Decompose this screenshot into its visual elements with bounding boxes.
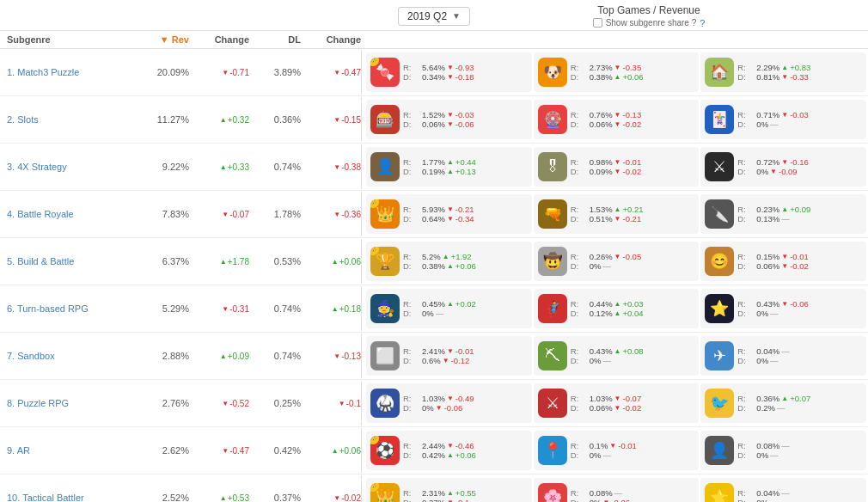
game-entry[interactable]: 🌸R:0.08% —D:0% ▼-0.06: [534, 478, 700, 502]
game-entry[interactable]: 🧙R:0.45% ▲+0.02D:0% —: [366, 289, 532, 328]
r-label: R:: [737, 110, 755, 119]
game-entry[interactable]: 🎡R:0.76% ▼-0.13D:0.06% ▼-0.02: [534, 100, 700, 139]
dl-change-cell: ▲+0.06: [301, 446, 361, 456]
game-rev-line: R:0.43% ▼-0.06: [737, 299, 809, 309]
d-val: 0%: [756, 356, 768, 365]
game-entry[interactable]: 😊R:0.15% ▼-0.01D:0.06% ▼-0.02: [700, 242, 866, 281]
subgenre-name: Puzzle RPG: [17, 398, 69, 408]
game-entry[interactable]: ⛏R:0.43% ▲+0.08D:0% —: [534, 336, 700, 376]
rank-label: 9.: [7, 445, 17, 456]
subgenre-cell[interactable]: 8. Puzzle RPG: [0, 398, 120, 408]
subgenre-cell[interactable]: 3. 4X Strategy: [0, 162, 120, 172]
up-arrow-icon: ▲: [781, 395, 788, 402]
down-arrow-icon: ▼: [333, 163, 340, 171]
up-arrow-icon: ▲: [220, 163, 227, 171]
game-entry[interactable]: 🏆👑R:5.2% ▲+1.92D:0.38% ▲+0.06: [366, 242, 532, 281]
rank-label: 5.: [7, 256, 17, 266]
game-entry[interactable]: 👤R:1.77% ▲+0.44D:0.19% ▲+0.13: [366, 147, 532, 187]
game-stats: R:0.98% ▼-0.01D:0.09% ▼-0.02: [571, 157, 642, 176]
crown-badge-icon: 👑: [370, 247, 379, 255]
game-entry[interactable]: 👤R:0.08% —D:0% —: [700, 431, 866, 470]
r-val: 1.03%: [422, 394, 445, 403]
game-entry[interactable]: ⬜R:2.41% ▼-0.01D:0.6% ▼-0.12: [366, 336, 532, 376]
game-entry[interactable]: 🔪R:0.23% ▲+0.09D:0.13% —: [700, 194, 866, 234]
d-label: D:: [571, 309, 588, 318]
down-arrow-icon: ▼: [781, 111, 788, 119]
r-label: R:: [403, 346, 420, 356]
subgenre-cell[interactable]: 2. Slots: [0, 114, 120, 125]
down-arrow-icon: ▼: [447, 73, 454, 81]
subgenre-cell[interactable]: 1. Match3 Puzzle: [0, 67, 120, 77]
up-arrow-icon: ▲: [781, 64, 788, 71]
d-val: 0.13%: [756, 214, 779, 223]
game-entry[interactable]: 🔫R:1.53% ▲+0.21D:0.51% ▼-0.21: [534, 194, 700, 234]
r-val: 0.44%: [590, 299, 613, 309]
dl-change-cell: ▲+0.18: [301, 304, 361, 314]
game-rev-line: R:0.71% ▼-0.03: [737, 110, 809, 119]
table-row: 9. AR2.62%▼-0.470.42%▲+0.06⚽👑R:2.44% ▼-0…: [0, 427, 868, 474]
game-entry[interactable]: 🤠R:0.26% ▼-0.05D:0% —: [534, 242, 700, 281]
col-header-rev[interactable]: ▼ Rev: [120, 34, 189, 45]
game-rev-line: R:0.1% ▼-0.01: [571, 441, 637, 450]
rank-label: 8.: [7, 398, 17, 408]
game-icon: 👤: [705, 436, 734, 465]
game-dl-line: D:0.81% ▼-0.33: [737, 72, 810, 82]
subgenre-cell[interactable]: 5. Build & Battle: [0, 256, 120, 266]
game-entry[interactable]: ⚔R:0.72% ▼-0.16D:0% ▼-0.09: [700, 147, 866, 187]
subgenre-cell[interactable]: 4. Battle Royale: [0, 209, 120, 219]
d-val: 0%: [756, 450, 768, 460]
up-arrow-icon: ▲: [332, 258, 339, 266]
rev-change-cell: ▼-0.31: [189, 304, 249, 314]
table-row: 2. Slots11.27%▲+0.320.36%▼-0.15🎰R:1.52% …: [0, 96, 868, 144]
game-icon: 🐦: [705, 389, 734, 418]
r-val: 1.03%: [590, 394, 613, 403]
subgenre-cell[interactable]: 10. Tactical Battler: [0, 493, 120, 502]
game-entry[interactable]: ⚔R:1.03% ▼-0.07D:0.06% ▼-0.02: [534, 383, 700, 423]
game-rev-line: R:0.43% ▲+0.08: [571, 346, 644, 356]
show-subgenre-share[interactable]: Show subgenre share ? ?: [430, 18, 868, 28]
game-entry[interactable]: 🎖R:0.98% ▼-0.01D:0.09% ▼-0.02: [534, 147, 700, 187]
game-dl-line: D:0% —: [403, 309, 476, 318]
game-entry[interactable]: 🃏R:0.71% ▼-0.03D:0% —: [700, 100, 866, 139]
game-rev-line: R:5.93% ▼-0.21: [403, 205, 474, 214]
game-entry[interactable]: 🍬👑R:5.64% ▼-0.93D:0.34% ▼-0.18: [366, 52, 532, 92]
r-label: R:: [403, 252, 420, 261]
col-header-change2: Change: [301, 34, 361, 45]
r-label: R:: [403, 110, 420, 119]
game-entry[interactable]: 🥋R:1.03% ▼-0.49D:0% ▼-0.06: [366, 383, 532, 423]
subgenre-cell[interactable]: 9. AR: [0, 445, 120, 456]
game-entry[interactable]: 👑👑R:2.31% ▲+0.55D:0.37% ▼-0.1: [366, 478, 532, 502]
subgenre-cell[interactable]: 7. Sandbox: [0, 351, 120, 361]
subgenre-share-checkbox[interactable]: [593, 18, 602, 28]
down-arrow-icon: ▼: [614, 253, 621, 260]
table-body: 1. Match3 Puzzle20.09%▼-0.713.89%▼-0.47🍬…: [0, 49, 868, 502]
rev-change-cell: ▼-0.47: [189, 446, 249, 456]
game-stats: R:0.23% ▲+0.09D:0.13% —: [737, 205, 810, 223]
subgenre-cell[interactable]: 6. Turn-based RPG: [0, 303, 120, 314]
d-val: 0.81%: [756, 72, 779, 82]
game-entry[interactable]: 📍R:0.1% ▼-0.01D:0% —: [534, 431, 700, 470]
game-entry[interactable]: ⚽👑R:2.44% ▼-0.46D:0.42% ▲+0.06: [366, 431, 532, 470]
down-arrow-icon: ▼: [447, 205, 454, 213]
game-stats: R:5.93% ▼-0.21D:0.64% ▼-0.34: [403, 205, 474, 223]
subgenre-name: AR: [17, 445, 30, 456]
game-entry[interactable]: 🦸R:0.44% ▲+0.03D:0.12% ▲+0.04: [534, 289, 700, 328]
header-row: 2019 Q2 ▼ Top Games / Revenue Show subge…: [0, 0, 868, 31]
game-entry[interactable]: 🏠R:2.29% ▲+0.83D:0.81% ▼-0.33: [700, 52, 866, 92]
d-val: 0.42%: [422, 450, 445, 460]
game-icon: 🔫: [538, 199, 567, 229]
game-entry[interactable]: 🐶R:2.73% ▼-0.35D:0.38% ▲+0.06: [534, 52, 700, 92]
d-val: 0.6%: [422, 356, 441, 365]
r-label: R:: [571, 299, 588, 309]
game-entry[interactable]: 🌟R:0.04% —D:0% —: [700, 478, 866, 502]
up-arrow-icon: ▲: [332, 305, 339, 313]
r-label: R:: [571, 346, 588, 356]
game-entry[interactable]: ⭐R:0.43% ▼-0.06D:0% —: [700, 289, 866, 328]
d-label: D:: [403, 356, 420, 365]
r-val: 1.52%: [422, 110, 445, 119]
r-label: R:: [403, 205, 420, 214]
game-entry[interactable]: 🎰R:1.52% ▼-0.03D:0.06% ▼-0.06: [366, 100, 532, 139]
game-entry[interactable]: 🐦R:0.36% ▲+0.07D:0.2% —: [700, 383, 866, 423]
game-entry[interactable]: 👑👑R:5.93% ▼-0.21D:0.64% ▼-0.34: [366, 194, 532, 234]
game-entry[interactable]: ✈R:0.04% —D:0% —: [700, 336, 866, 376]
